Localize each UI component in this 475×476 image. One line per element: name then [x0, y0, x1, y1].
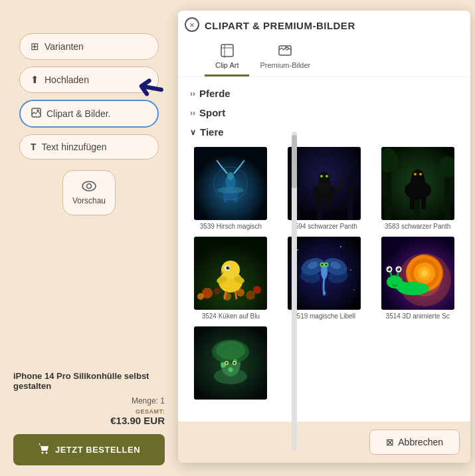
image-item-7[interactable]	[187, 326, 274, 402]
image-item-3[interactable]: 3583 schwarzer Panth	[374, 147, 461, 230]
svg-rect-56	[421, 196, 426, 209]
svg-point-65	[253, 286, 261, 294]
hochladen-label: Hochladen	[45, 74, 89, 85]
svg-point-54	[419, 174, 421, 176]
image-thumb-3	[381, 147, 454, 220]
svg-point-90	[325, 264, 327, 266]
clipart-modal: × CLIPART & PREMIUM-BILDER Clip Art Prem…	[178, 11, 470, 463]
eye-icon	[82, 181, 96, 193]
modal-close-button[interactable]: ×	[185, 17, 199, 32]
svg-point-2	[82, 181, 96, 191]
category-pferde[interactable]: › Pferde	[187, 84, 461, 103]
preview-button[interactable]: Vorschau	[62, 170, 116, 215]
modal-tabs: Clip Art Premium-Bilder	[205, 38, 460, 76]
modal-header: CLIPART & PREMIUM-BILDER Clip Art Premiu…	[178, 11, 470, 77]
image-label-2: 3594 schwarzer Panth	[291, 223, 357, 230]
cancel-label: Abbrechen	[398, 437, 443, 447]
svg-rect-9	[279, 46, 291, 55]
modal-scrollbar-thumb[interactable]	[292, 135, 297, 188]
varianten-label: Varianten	[45, 41, 84, 52]
svg-point-53	[414, 174, 415, 176]
cancel-button[interactable]: ⊠ Abbrechen	[369, 429, 460, 455]
image-item-1[interactable]: 3539 Hirsch magisch	[187, 147, 274, 230]
chevron-sport: ›	[190, 108, 195, 118]
image-thumb-1	[194, 147, 267, 220]
image-item-6[interactable]: 3514 3D animierte Sc	[374, 237, 461, 320]
svg-point-25	[217, 187, 244, 193]
svg-point-89	[321, 264, 323, 266]
close-icon: ×	[189, 20, 195, 30]
image-thumb-4	[194, 237, 267, 310]
image-thumb-2	[288, 147, 361, 220]
svg-point-125	[234, 362, 236, 364]
category-tiere[interactable]: ∨ Tiere	[187, 122, 461, 142]
svg-point-69	[227, 267, 230, 270]
image-thumb-5	[288, 237, 361, 310]
svg-point-3	[87, 183, 92, 188]
tab-clipart[interactable]: Clip Art	[205, 38, 249, 76]
image-label-1: 3539 Hirsch magisch	[200, 223, 262, 230]
svg-point-118	[216, 341, 245, 360]
tab-premium[interactable]: Premium-Bilder	[249, 38, 321, 76]
category-sport-label: Sport	[199, 107, 225, 118]
svg-rect-40	[327, 197, 332, 209]
tab-clipart-label: Clip Art	[215, 61, 238, 69]
upload-icon: ⬆	[31, 74, 39, 86]
preview-label: Vorschau	[72, 196, 106, 205]
image-thumb-6	[381, 237, 454, 310]
image-label-3: 3583 schwarzer Panth	[385, 223, 451, 230]
chevron-tiere: ∨	[190, 128, 196, 137]
svg-point-79	[350, 269, 351, 271]
image-grid: 3539 Hirsch magisch	[187, 142, 461, 408]
svg-point-34	[319, 172, 330, 183]
image-thumb-7	[194, 326, 267, 400]
image-label-6: 3514 3D animierte Sc	[386, 312, 450, 320]
svg-point-78	[340, 246, 341, 247]
svg-point-62	[214, 288, 221, 295]
svg-point-112	[397, 268, 399, 269]
image-label-5: 3519 magische Libell	[293, 312, 355, 320]
modal-body: › Pferde › Sport ∨ Tiere	[178, 77, 470, 421]
image-label-4: 3524 Küken auf Blu	[202, 312, 260, 320]
svg-point-101	[421, 270, 428, 277]
order-button[interactable]: JETZT BESTELLEN	[13, 434, 165, 465]
svg-point-70	[229, 267, 230, 268]
svg-point-77	[297, 249, 298, 251]
clipart-tab-icon	[220, 43, 235, 59]
modal-title: CLIPART & PREMIUM-BILDER	[205, 20, 460, 31]
text-icon: T	[31, 142, 37, 152]
category-tiere-label: Tiere	[200, 126, 224, 138]
svg-point-10	[286, 47, 288, 50]
svg-point-64	[197, 293, 204, 300]
svg-point-38	[326, 176, 328, 178]
quantity-row: Menge: 1	[13, 396, 165, 406]
modal-footer: ⊠ Abbrechen	[178, 421, 470, 463]
svg-rect-15	[224, 192, 227, 202]
text-button[interactable]: T Text hinzufügen	[19, 134, 159, 160]
svg-point-108	[387, 268, 391, 271]
svg-rect-55	[410, 196, 415, 209]
svg-point-124	[226, 362, 228, 364]
total-label: GESAMT:	[13, 408, 165, 415]
varianten-icon: ⊞	[31, 41, 39, 53]
modal-scrollbar-track	[292, 132, 297, 451]
image-item-4[interactable]: 3524 Küken auf Blu	[187, 237, 274, 320]
svg-point-5	[45, 452, 47, 454]
svg-point-37	[321, 176, 322, 178]
svg-point-81	[353, 289, 355, 291]
svg-point-111	[388, 268, 389, 269]
svg-rect-39	[317, 197, 322, 209]
svg-point-1	[37, 110, 39, 112]
cart-icon	[38, 443, 50, 457]
clipart-icon	[31, 108, 41, 120]
sidebar-bottom: iPhone 14 Pro Silikonhülle selbst gestal…	[0, 360, 178, 476]
chevron-pferde: ›	[190, 89, 195, 98]
svg-point-50	[412, 170, 424, 181]
svg-point-121	[229, 368, 233, 372]
tab-premium-label: Premium-Bilder	[260, 61, 310, 69]
varianten-button[interactable]: ⊞ Varianten	[19, 33, 159, 60]
svg-point-110	[397, 268, 400, 271]
order-label: JETZT BESTELLEN	[55, 445, 140, 455]
svg-rect-30	[347, 174, 353, 220]
category-sport[interactable]: › Sport	[187, 103, 461, 122]
